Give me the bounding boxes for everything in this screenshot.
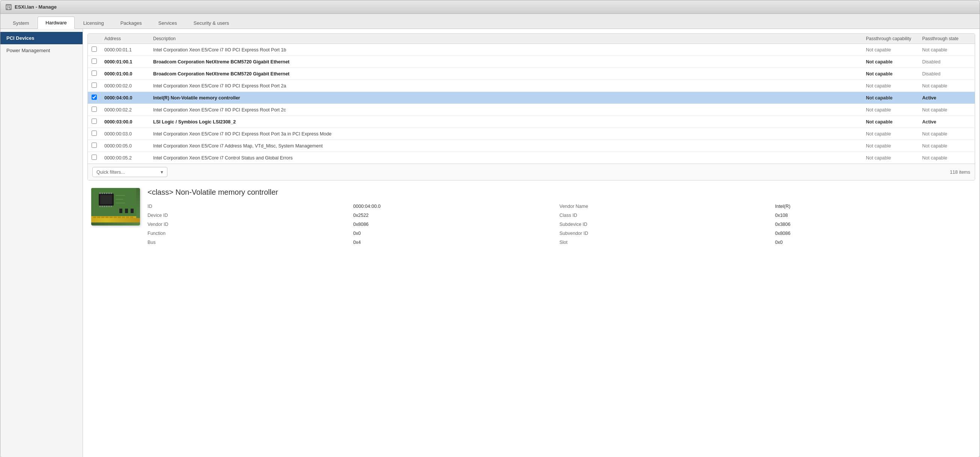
row-state: Not capable [918, 128, 975, 140]
row-checkbox[interactable] [88, 80, 100, 92]
detail-label: Subvendor ID [560, 230, 769, 237]
detail-label: Slot [560, 239, 769, 246]
row-description: Broadcom Corporation NetXtreme BCM5720 G… [150, 68, 862, 80]
row-description: Intel Corporation Xeon E5/Core i7 IIO PC… [150, 44, 862, 56]
row-capability: Not capable [862, 56, 918, 68]
row-capability: Not capable [862, 44, 918, 56]
table-scroll[interactable]: Address Description Passthrough capabili… [88, 34, 975, 163]
title-bar: ESXi.lan - Manage [0, 0, 980, 14]
svg-rect-27 [93, 216, 96, 221]
tab-hardware[interactable]: Hardware [38, 16, 74, 29]
table-row[interactable]: 0000:00:02.2Intel Corporation Xeon E5/Co… [88, 104, 975, 116]
table-row[interactable]: 0000:00:01.1Intel Corporation Xeon E5/Co… [88, 44, 975, 56]
svg-rect-31 [110, 216, 113, 221]
tab-security-users[interactable]: Security & users [186, 17, 237, 29]
row-state: Not capable [918, 104, 975, 116]
row-state: Not capable [918, 44, 975, 56]
sidebar-item-power-management[interactable]: Power Management [0, 44, 83, 57]
row-capability: Not capable [862, 116, 918, 128]
row-state: Not capable [918, 152, 975, 164]
row-state: Active [918, 92, 975, 104]
detail-value: 0x3806 [775, 221, 971, 228]
svg-rect-2 [8, 7, 9, 8]
table-row[interactable]: 0000:01:00.0Broadcom Corporation NetXtre… [88, 68, 975, 80]
detail-info: <class> Non-Volatile memory controller I… [148, 188, 971, 246]
app-icon [6, 4, 12, 10]
row-checkbox[interactable] [88, 152, 100, 164]
row-checkbox[interactable] [88, 44, 100, 56]
tab-system[interactable]: System [5, 17, 37, 29]
svg-rect-15 [102, 206, 103, 207]
quick-filter-dropdown[interactable]: Quick filters... ▾ [92, 167, 167, 177]
detail-value: 0x2522 [353, 212, 559, 219]
col-description: Description [150, 34, 862, 44]
row-description: Intel Corporation Xeon E5/Core i7 Contro… [150, 152, 862, 164]
detail-value: 0x108 [775, 212, 971, 219]
table-row[interactable]: 0000:00:05.2Intel Corporation Xeon E5/Co… [88, 152, 975, 164]
row-state: Disabled [918, 68, 975, 80]
svg-rect-28 [97, 216, 100, 221]
tab-services[interactable]: Services [151, 17, 185, 29]
row-checkbox[interactable] [88, 140, 100, 152]
table-body: 0000:00:01.1Intel Corporation Xeon E5/Co… [88, 44, 975, 164]
row-checkbox[interactable] [88, 128, 100, 140]
row-capability: Not capable [862, 140, 918, 152]
table-row[interactable]: 0000:00:02.0Intel Corporation Xeon E5/Co… [88, 80, 975, 92]
table-header-row: Address Description Passthrough capabili… [88, 34, 975, 44]
col-checkbox [88, 34, 100, 44]
quick-filter-label: Quick filters... [97, 170, 125, 175]
row-address: 0000:00:05.0 [100, 140, 150, 152]
svg-rect-36 [130, 216, 133, 221]
detail-title: <class> Non-Volatile memory controller [148, 188, 971, 197]
detail-label: ID [148, 203, 347, 210]
detail-label: Class ID [560, 212, 769, 219]
detail-label: Bus [148, 239, 347, 246]
row-address: 0000:00:01.1 [100, 44, 150, 56]
table-row[interactable]: 0000:01:00.1Broadcom Corporation NetXtre… [88, 56, 975, 68]
table-row[interactable]: 0000:00:03.0Intel Corporation Xeon E5/Co… [88, 128, 975, 140]
main-content: Address Description Passthrough capabili… [83, 29, 980, 457]
row-address: 0000:00:02.0 [100, 80, 150, 92]
content-area: PCI Devices Power Management Address Des… [0, 29, 980, 457]
row-checkbox[interactable] [88, 68, 100, 80]
col-state: Passthrough state [918, 34, 975, 44]
svg-rect-16 [104, 206, 105, 207]
row-address: 0000:00:03.0 [100, 128, 150, 140]
row-checkbox[interactable] [88, 104, 100, 116]
pci-table: Address Description Passthrough capabili… [88, 34, 975, 163]
svg-rect-10 [104, 192, 105, 194]
row-capability: Not capable [862, 128, 918, 140]
pci-table-container: Address Description Passthrough capabili… [88, 33, 975, 181]
svg-rect-17 [106, 206, 107, 207]
window-title: ESXi.lan - Manage [14, 4, 57, 10]
row-description: Intel Corporation Xeon E5/Core i7 IIO PC… [150, 80, 862, 92]
svg-rect-1 [8, 6, 10, 7]
tab-packages[interactable]: Packages [113, 17, 150, 29]
tab-licensing[interactable]: Licensing [75, 17, 112, 29]
table-row[interactable]: 0000:03:00.0LSI Logic / Symbios Logic LS… [88, 116, 975, 128]
sidebar-item-pci-devices[interactable]: PCI Devices [0, 32, 83, 44]
table-footer: Quick filters... ▾ 118 items [88, 163, 975, 180]
row-address: 0000:01:00.0 [100, 68, 150, 80]
svg-rect-30 [105, 216, 108, 221]
main-window: ESXi.lan - Manage System Hardware Licens… [0, 0, 980, 457]
table-row[interactable]: 0000:00:05.0Intel Corporation Xeon E5/Co… [88, 140, 975, 152]
row-checkbox[interactable] [88, 116, 100, 128]
sidebar: PCI Devices Power Management [0, 29, 83, 457]
svg-rect-13 [111, 192, 112, 194]
svg-rect-11 [106, 192, 107, 194]
svg-rect-35 [126, 216, 129, 221]
row-description: Intel Corporation Xeon E5/Core i7 Addres… [150, 140, 862, 152]
svg-rect-19 [111, 206, 112, 207]
row-checkbox[interactable] [88, 92, 100, 104]
row-description: Intel Corporation Xeon E5/Core i7 IIO PC… [150, 128, 862, 140]
detail-value: Intel(R) [775, 203, 971, 210]
row-checkbox[interactable] [88, 56, 100, 68]
detail-label: Function [148, 230, 347, 237]
detail-value: 0x0 [353, 230, 559, 237]
row-capability: Not capable [862, 152, 918, 164]
row-description: Intel Corporation Xeon E5/Core i7 IIO PC… [150, 104, 862, 116]
table-row[interactable]: 0000:04:00.0Intel(R) Non-Volatile memory… [88, 92, 975, 104]
row-address: 0000:01:00.1 [100, 56, 150, 68]
svg-rect-8 [99, 192, 100, 194]
